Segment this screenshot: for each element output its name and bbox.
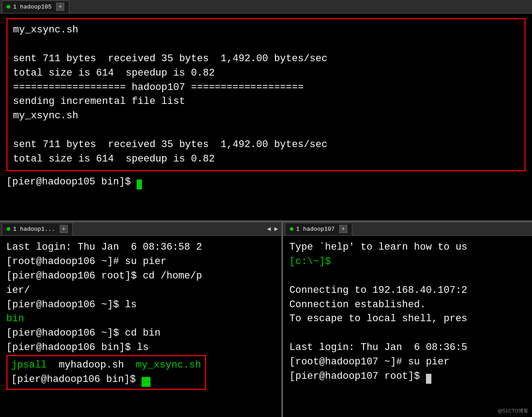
bottom-left-content: Last login: Thu Jan 6 08:36:58 2 [root@h… bbox=[0, 236, 281, 417]
top-line2 bbox=[13, 39, 19, 50]
bottom-left-tab-bar: 1 hadoop1... + ◀ ▶ bbox=[0, 222, 281, 236]
bl-line8: [pier@hadoop106 bin]$ ls bbox=[6, 342, 149, 353]
tab-right-status-dot bbox=[290, 227, 293, 231]
top-line8 bbox=[13, 125, 19, 136]
bl-line3: [pier@hadoop106 root]$ cd /home/p bbox=[6, 270, 202, 282]
top-prompt: [pier@hadoop105 bin]$ bbox=[6, 176, 137, 188]
bottom-right-pane: 1 hadoop107 + Type `help' to learn how t… bbox=[283, 222, 532, 417]
top-prompt-line: [pier@hadoop105 bin]$ bbox=[6, 175, 526, 189]
br-line5: Connection established. bbox=[289, 299, 426, 310]
top-line6: sending incremental file list bbox=[13, 96, 185, 107]
top-tab-bar: 1 hadoop105 + bbox=[0, 0, 532, 13]
bl-rb-col3: my_xsync.sh bbox=[136, 359, 201, 371]
bl-line5: [pier@hadoop106 ~]$ ls bbox=[6, 299, 137, 310]
tab-hadoop105[interactable]: 1 hadoop105 + bbox=[2, 0, 69, 13]
bottom-left-terminal: Last login: Thu Jan 6 08:36:58 2 [root@h… bbox=[6, 240, 275, 355]
br-line10: [pier@hadoop107 root]$ bbox=[289, 371, 426, 382]
top-line7: my_xsync.sh bbox=[13, 110, 78, 121]
bottom-right-content: Type `help' to learn how to us [c:\~]$ C… bbox=[283, 236, 532, 417]
tab-hadoop106[interactable]: 1 hadoop1... + bbox=[2, 223, 73, 235]
top-cursor bbox=[137, 179, 142, 189]
top-terminal-content: my_xsync.sh sent 711 bytes received 35 b… bbox=[13, 23, 519, 166]
nav-next[interactable]: ▶ bbox=[273, 225, 279, 233]
new-tab-button[interactable]: + bbox=[56, 3, 64, 11]
bottom-right-tab-bar: 1 hadoop107 + bbox=[283, 222, 532, 236]
bottom-left-cursor bbox=[142, 377, 151, 387]
br-line6: To escape to local shell, pres bbox=[289, 313, 467, 324]
top-terminal-pane: my_xsync.sh sent 711 bytes received 35 b… bbox=[0, 13, 532, 220]
top-line9: sent 711 bytes received 35 bytes 1,492.0… bbox=[13, 139, 328, 150]
bl-line7: [pier@hadoop106 ~]$ cd bin bbox=[6, 327, 160, 339]
bottom-left-red-highlight: jpsall myhadoop.sh my_xsync.sh [pier@had… bbox=[6, 355, 206, 390]
nav-arrows: ◀ ▶ bbox=[266, 225, 279, 233]
top-line4: total size is 614 speedup is 0.82 bbox=[13, 67, 215, 79]
tab-label: 1 hadoop105 bbox=[13, 4, 52, 10]
top-line5: =================== hadoop107 ==========… bbox=[13, 82, 304, 93]
new-tab-right-button[interactable]: + bbox=[339, 225, 347, 233]
bl-rb-col1: jpsall bbox=[11, 359, 47, 371]
top-red-highlight: my_xsync.sh sent 711 bytes received 35 b… bbox=[6, 18, 526, 171]
tab-right-label: 1 hadoop107 bbox=[296, 226, 335, 233]
top-line3: sent 711 bytes received 35 bytes 1,492.0… bbox=[13, 53, 328, 64]
bottom-right-terminal: Type `help' to learn how to us [c:\~]$ C… bbox=[289, 240, 526, 384]
tab-left-status-dot bbox=[7, 227, 10, 231]
new-tab-left-button[interactable]: + bbox=[60, 225, 68, 233]
tab-status-dot bbox=[7, 5, 10, 9]
top-line1: my_xsync.sh bbox=[13, 24, 78, 36]
bottom-section: 1 hadoop1... + ◀ ▶ Last login: Thu Jan 6… bbox=[0, 222, 532, 417]
top-line10: total size is 614 speedup is 0.82 bbox=[13, 153, 215, 165]
bl-rb-prompt: [pier@hadoop106 bin]$ bbox=[11, 374, 142, 385]
nav-prev[interactable]: ◀ bbox=[266, 225, 272, 233]
br-line7 bbox=[289, 327, 295, 339]
br-line8: Last login: Thu Jan 6 08:36:5 bbox=[289, 342, 467, 353]
br-line1: Type `help' to learn how to us bbox=[289, 242, 467, 253]
bl-line2: [root@hadoop106 ~]# su pier bbox=[6, 256, 166, 267]
br-line9: [root@hadoop107 ~]# su pier bbox=[289, 356, 449, 368]
bl-line4: ier/ bbox=[6, 285, 30, 296]
watermark: @51CTO博客 bbox=[498, 408, 528, 414]
br-line4: Connecting to 192.168.40.107:2 bbox=[289, 285, 467, 296]
br-prompt: [c:\~]$ bbox=[289, 256, 337, 267]
bottom-left-red-content: jpsall myhadoop.sh my_xsync.sh [pier@had… bbox=[11, 358, 201, 387]
br-line3 bbox=[289, 270, 295, 282]
bl-rb-col2: myhadoop.sh bbox=[59, 359, 124, 371]
tab-left-label: 1 hadoop1... bbox=[13, 226, 55, 233]
bl-line1: Last login: Thu Jan 6 08:36:58 2 bbox=[6, 242, 202, 253]
bl-line6-bin: bin bbox=[6, 313, 24, 324]
bottom-right-cursor bbox=[426, 374, 431, 384]
tab-hadoop107[interactable]: 1 hadoop107 + bbox=[285, 223, 352, 235]
bottom-left-pane: 1 hadoop1... + ◀ ▶ Last login: Thu Jan 6… bbox=[0, 222, 283, 417]
